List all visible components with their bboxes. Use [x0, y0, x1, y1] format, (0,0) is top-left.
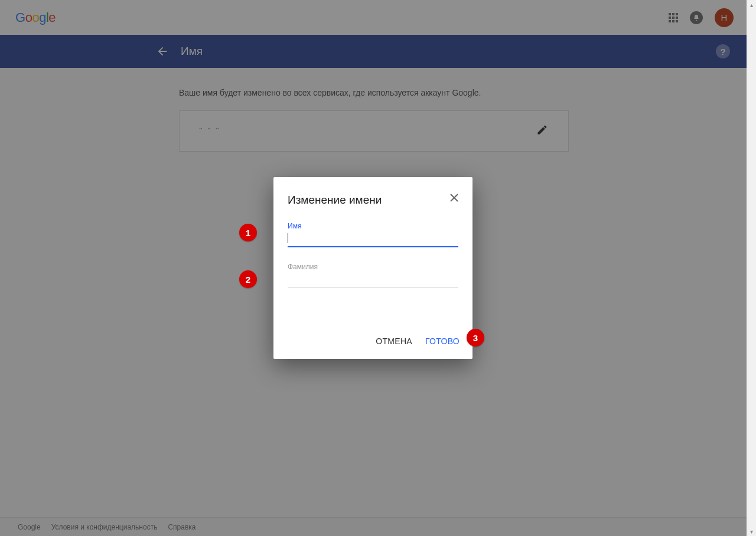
annotation-1: 1 — [239, 224, 257, 241]
annotation-3: 3 — [467, 329, 484, 347]
change-name-dialog: Изменение имени Имя Фамилия ОТМЕНА ГОТОВ… — [273, 177, 472, 359]
scrollbar-track[interactable]: ▴ ▾ — [747, 0, 756, 536]
last-name-input[interactable] — [288, 271, 458, 287]
first-name-input[interactable] — [288, 230, 458, 247]
done-button[interactable]: ГОТОВО — [425, 336, 460, 346]
text-cursor — [288, 233, 288, 243]
scroll-up-icon[interactable]: ▴ — [747, 0, 756, 9]
annotation-2: 2 — [239, 270, 257, 288]
cancel-button[interactable]: ОТМЕНА — [376, 336, 412, 346]
scroll-down-icon[interactable]: ▾ — [747, 527, 756, 536]
first-name-label: Имя — [288, 222, 458, 230]
dialog-title: Изменение имени — [288, 194, 458, 207]
close-icon[interactable] — [449, 192, 460, 205]
last-name-label: Фамилия — [288, 263, 458, 271]
